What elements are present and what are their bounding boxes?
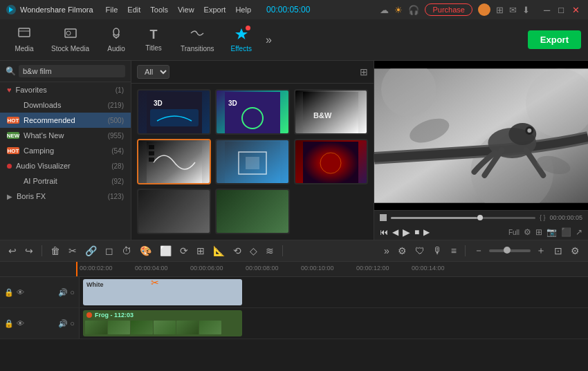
fit-icon[interactable]: ⊡	[551, 244, 565, 258]
close-button[interactable]: ✕	[569, 5, 582, 15]
crop-icon[interactable]: ⊞	[535, 227, 542, 237]
tool-stock[interactable]: Stock Media	[44, 24, 96, 55]
minimize-button[interactable]: ─	[541, 5, 553, 15]
shield-icon[interactable]: 🛡	[412, 244, 428, 258]
tool-effects[interactable]: Effects	[224, 24, 259, 55]
progress-brackets: { }	[540, 214, 546, 221]
undo-button[interactable]: ↩	[6, 244, 19, 258]
track-mute-icon[interactable]: ○	[70, 288, 75, 297]
more-tools-button[interactable]: »	[261, 31, 276, 49]
step-back-button[interactable]: ◀	[392, 227, 398, 237]
play-button[interactable]: ▶	[403, 227, 410, 238]
effect-card-bw5[interactable]: B&W Black & White 5	[294, 89, 368, 135]
grid-edit-button[interactable]: ⊞	[194, 244, 208, 258]
clip-white[interactable]: White	[83, 279, 242, 305]
minus-btn[interactable]: －	[471, 243, 486, 258]
category-downloads[interactable]: Downloads (219)	[0, 97, 131, 113]
clip-frog[interactable]: Frog - 112:03	[83, 310, 242, 336]
plus-btn[interactable]: ＋	[533, 243, 549, 258]
undo2-button[interactable]: ⟲	[230, 244, 244, 258]
categories-panel: 🔍 ♥ Favorites (1) Downloads (219) HOT Re…	[0, 61, 131, 240]
redo-button[interactable]: ↪	[22, 244, 36, 258]
tool-media[interactable]: Media	[7, 24, 42, 55]
extend-icon[interactable]: ↗	[576, 227, 582, 237]
effect-card-lomo[interactable]: Lomo	[294, 139, 368, 184]
mic-icon[interactable]: 🎙	[430, 244, 445, 258]
effect-card-squarblur[interactable]: Square Blur	[215, 139, 289, 184]
effect-card-row3a[interactable]	[137, 189, 211, 234]
track-header-1: 🔒 👁 🔊 ○	[0, 277, 80, 307]
progress-bar[interactable]	[391, 217, 535, 219]
avatar-icon[interactable]	[478, 3, 490, 16]
delete-button[interactable]: 🗑	[48, 244, 63, 258]
link-button[interactable]: 🔗	[82, 244, 100, 258]
rewind-button[interactable]: ⏮	[380, 227, 388, 237]
blank-button[interactable]: ⬜	[157, 244, 174, 258]
grid-view-icon[interactable]: ⊞	[360, 66, 368, 77]
settings-icon[interactable]: ⚙	[524, 227, 531, 237]
filter-select[interactable]: All	[137, 65, 169, 79]
category-camping[interactable]: HOT Camping (54)	[0, 143, 131, 158]
menu-help[interactable]: Help	[231, 4, 255, 15]
tool-audio[interactable]: Audio	[99, 24, 134, 55]
color-button[interactable]: 🎨	[137, 244, 154, 258]
effect-card-bwfilm[interactable]: B&W Film	[137, 139, 211, 184]
menu-view[interactable]: View	[174, 4, 199, 15]
category-boris-fx[interactable]: ▶ Boris FX (123)	[0, 189, 131, 204]
dot-icon-audio	[7, 164, 12, 169]
rotate-button[interactable]: ⟳	[177, 244, 191, 258]
track-lock-icon[interactable]: 🔒	[4, 288, 14, 297]
zoom-slider[interactable]	[489, 249, 531, 252]
category-ai-portrait[interactable]: AI Portrait (92)	[0, 173, 131, 189]
timeline-settings-icon[interactable]: ⚙	[568, 244, 582, 258]
category-audio-visualizer[interactable]: Audio Visualizer (28)	[0, 158, 131, 173]
stop-button[interactable]: ■	[414, 227, 419, 237]
diamond-button[interactable]: ◇	[247, 244, 260, 258]
bookmark-icon[interactable]: ⊞	[496, 5, 504, 15]
snapshot-icon[interactable]: 📷	[546, 227, 557, 237]
maximize-button[interactable]: □	[555, 5, 567, 15]
tool-titles[interactable]: T Titles	[136, 25, 171, 55]
thumb-bwfilm-svg	[147, 142, 202, 184]
cut-button[interactable]: ✂	[66, 244, 80, 258]
fx-icon[interactable]: ⚙	[395, 244, 410, 258]
mail-icon[interactable]: ✉	[509, 5, 517, 15]
effect-card-3dsport2[interactable]: 3D 3D Sport Car P...	[215, 89, 289, 135]
progress-handle[interactable]	[380, 214, 387, 221]
sun-icon[interactable]: ☀	[394, 5, 403, 15]
list-icon[interactable]: ≡	[448, 244, 459, 258]
category-whatsnew[interactable]: NEW What's New (955)	[0, 128, 131, 143]
step-forward-button[interactable]: ▶	[423, 227, 430, 237]
tool-transitions[interactable]: Transitions	[174, 24, 221, 55]
menu-export[interactable]: Export	[200, 4, 230, 15]
export-button[interactable]: Export	[528, 30, 581, 49]
search-input[interactable]	[19, 65, 125, 77]
svg-text:3D: 3D	[154, 99, 163, 107]
effect-card-row3b[interactable]	[215, 189, 289, 234]
effect-thumb-3dsport1: 3D	[138, 91, 210, 135]
menu-edit[interactable]: Edit	[123, 4, 145, 15]
track-vol-icon[interactable]: 🔊	[58, 288, 68, 297]
speed-button[interactable]: ⏱	[119, 244, 134, 258]
headphone-icon[interactable]: 🎧	[408, 5, 419, 15]
download-icon[interactable]: ⬇	[522, 5, 530, 15]
track2-eye-icon[interactable]: 👁	[17, 319, 24, 327]
full-label[interactable]: Full	[508, 229, 520, 236]
cloud-icon[interactable]: ☁	[380, 5, 389, 15]
align-button[interactable]: 📐	[210, 244, 228, 258]
track-row-2: 🔒 👁 🔊 ○ Frog - 112:03	[0, 308, 588, 339]
pip-icon[interactable]: ⬛	[561, 227, 571, 237]
menu-tools[interactable]: Tools	[146, 4, 172, 15]
track-eye-icon[interactable]: 👁	[17, 288, 24, 296]
effect-card-3dsport1[interactable]: 3D 3D Sport Car P...	[137, 89, 211, 135]
lines-button[interactable]: ≋	[263, 244, 277, 258]
track2-mute-icon[interactable]: ○	[70, 319, 75, 328]
more-edit-button[interactable]: »	[381, 244, 392, 258]
menu-file[interactable]: File	[102, 4, 122, 15]
crop-edit-button[interactable]: ◻	[102, 244, 116, 258]
category-recommended[interactable]: HOT Recommended (500)	[0, 113, 131, 128]
track2-lock-icon[interactable]: 🔒	[4, 319, 14, 328]
purchase-button[interactable]: Purchase	[425, 3, 472, 16]
category-favorites[interactable]: ♥ Favorites (1)	[0, 82, 131, 97]
track2-vol-icon[interactable]: 🔊	[58, 319, 68, 328]
